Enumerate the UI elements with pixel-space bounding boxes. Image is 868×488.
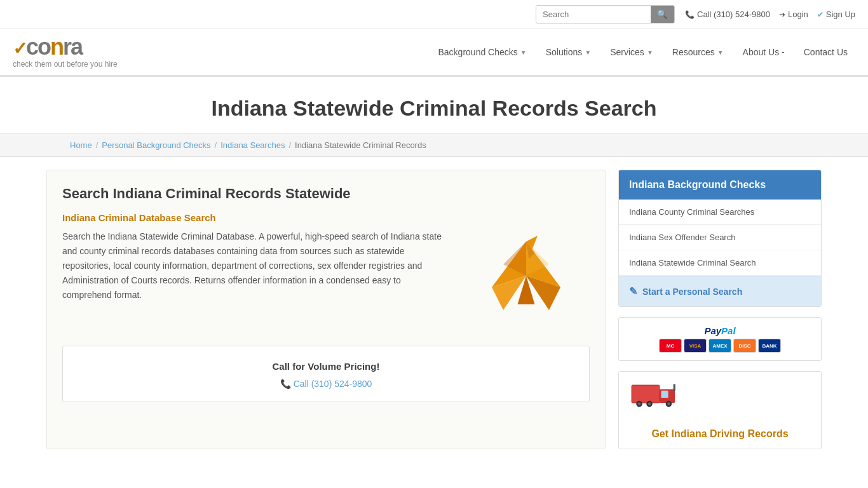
signup-icon: [817, 10, 824, 19]
breadcrumb: Home / Personal Background Checks / Indi…: [0, 133, 868, 157]
nav-label: Solutions: [546, 47, 583, 57]
chevron-down-icon: ▼: [520, 49, 527, 56]
nav-label: Background Checks: [438, 47, 517, 57]
nav-services[interactable]: Services ▼: [602, 42, 661, 62]
search-input[interactable]: [536, 6, 651, 22]
top-bar: 🔍 Call (310) 524-9800 Login Sign Up: [0, 0, 868, 29]
logo-wrap: ✓conra check them out before you hire: [13, 36, 118, 69]
content-heading: Search Indiana Criminal Records Statewid…: [62, 186, 590, 202]
truck-image: [629, 379, 680, 413]
sidebar: Indiana Background Checks Indiana County…: [618, 170, 822, 449]
search-wrap[interactable]: 🔍: [536, 5, 675, 24]
cta-label: Start a Personal Search: [642, 287, 742, 297]
discover-icon: DISC: [733, 339, 756, 353]
header: ✓conra check them out before you hire Ba…: [0, 29, 868, 77]
content-left: Search Indiana Criminal Records Statewid…: [46, 170, 606, 449]
paypal-box: PayPal MC VISA AMEX DISC BANK: [618, 317, 822, 361]
content-body: Search the Indiana Statewide Criminal Da…: [62, 229, 450, 302]
signup-label: Sign Up: [826, 10, 855, 19]
truck-svg: [629, 379, 680, 411]
nav-label: Services: [610, 47, 644, 57]
breadcrumb-indiana[interactable]: Indiana Searches: [220, 140, 285, 150]
login-link[interactable]: Login: [779, 10, 808, 19]
page-title-section: Indiana Statewide Criminal Records Searc…: [0, 77, 868, 133]
main-content: Search Indiana Criminal Records Statewid…: [34, 170, 834, 449]
call-link[interactable]: Call (310) 524-9800: [685, 10, 770, 19]
svg-rect-8: [632, 385, 660, 403]
svg-point-15: [648, 402, 651, 405]
phone-icon: [685, 10, 695, 19]
nav-label: About Us -: [743, 47, 785, 57]
main-nav: Background Checks ▼ Solutions ▼ Services…: [430, 42, 855, 62]
sidebar-item-county[interactable]: Indiana County Criminal Searches: [619, 200, 821, 225]
paypal-cards: MC VISA AMEX DISC BANK: [627, 339, 813, 353]
visa-icon: VISA: [684, 339, 707, 353]
chevron-down-icon: ▼: [647, 49, 653, 56]
svg-rect-11: [661, 391, 668, 398]
paypal-text: PayPal: [627, 325, 813, 336]
separator: /: [96, 140, 98, 150]
chevron-down-icon: ▼: [717, 49, 724, 56]
call-phone-label: Call (310) 524-9800: [294, 379, 372, 389]
bank-icon: BANK: [758, 339, 781, 353]
amex-icon: AMEX: [709, 339, 731, 353]
origami-bird-image: [463, 212, 590, 333]
breadcrumb-personal[interactable]: Personal Background Checks: [102, 140, 210, 150]
driving-title[interactable]: Get Indiana Driving Records: [629, 428, 811, 440]
signup-link[interactable]: Sign Up: [817, 10, 855, 19]
mastercard-icon: MC: [659, 339, 682, 353]
phone-icon-small: 📞: [280, 379, 291, 389]
nav-resources[interactable]: Resources ▼: [665, 42, 731, 62]
logo-text: ✓conra: [13, 36, 118, 58]
sidebar-header: Indiana Background Checks: [619, 170, 821, 200]
call-volume-box: Call for Volume Pricing! 📞 Call (310) 52…: [62, 346, 590, 402]
personal-search-icon: ✎: [629, 285, 637, 297]
sidebar-item-sex-offender[interactable]: Indiana Sex Offender Search: [619, 225, 821, 250]
breadcrumb-home[interactable]: Home: [70, 140, 92, 150]
search-button[interactable]: 🔍: [651, 6, 674, 23]
content-top: Indiana Criminal Database Search Search …: [62, 212, 590, 333]
sidebar-item-statewide[interactable]: Indiana Statewide Criminal Search: [619, 250, 821, 276]
logo[interactable]: ✓conra check them out before you hire: [13, 36, 118, 69]
sidebar-cta-personal-search[interactable]: ✎ Start a Personal Search: [619, 276, 821, 306]
svg-point-17: [667, 402, 670, 405]
nav-contact[interactable]: Contact Us: [796, 42, 855, 62]
top-links: Call (310) 524-9800 Login Sign Up: [685, 10, 855, 19]
page-title: Indiana Statewide Criminal Records Searc…: [13, 96, 855, 121]
nav-label: Contact Us: [804, 47, 848, 57]
driving-records-box: Get Indiana Driving Records: [618, 371, 822, 449]
call-phone-link[interactable]: 📞 Call (310) 524-9800: [76, 379, 576, 389]
svg-rect-18: [674, 384, 675, 391]
nav-background-checks[interactable]: Background Checks ▼: [430, 42, 534, 62]
separator: /: [288, 140, 291, 150]
breadcrumb-current: Indiana Statewide Criminal Records: [295, 140, 426, 150]
nav-label: Resources: [672, 47, 715, 57]
origami-crane-svg: [469, 219, 583, 333]
login-label: Login: [788, 10, 808, 19]
driving-content: [619, 372, 821, 421]
indiana-checks-box: Indiana Background Checks Indiana County…: [618, 170, 822, 307]
call-title: Call for Volume Pricing!: [76, 359, 576, 375]
nav-about[interactable]: About Us -: [735, 42, 792, 62]
call-label: Call (310) 524-9800: [697, 10, 770, 19]
content-text: Indiana Criminal Database Search Search …: [62, 212, 450, 333]
logo-tagline: check them out before you hire: [13, 60, 118, 69]
login-icon: [779, 10, 785, 19]
chevron-down-icon: ▼: [585, 49, 591, 56]
svg-point-13: [638, 402, 641, 405]
content-subheading: Indiana Criminal Database Search: [62, 212, 450, 223]
nav-solutions[interactable]: Solutions ▼: [538, 42, 599, 62]
separator: /: [215, 140, 217, 150]
